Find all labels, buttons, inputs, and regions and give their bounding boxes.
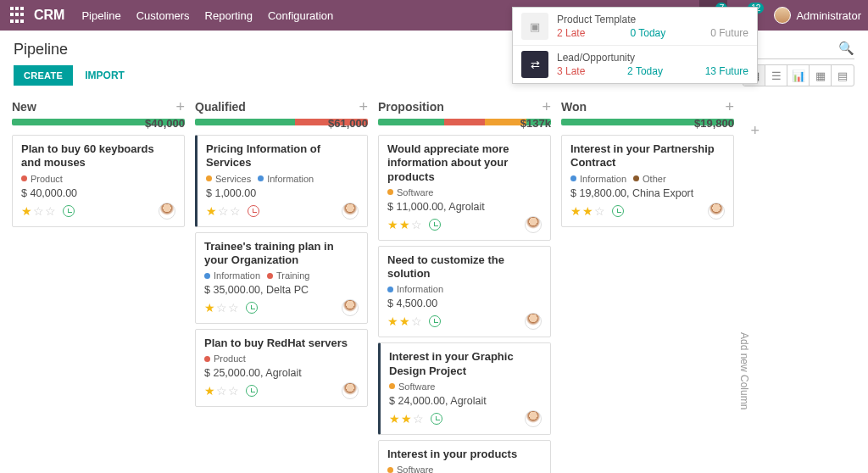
add-card-icon[interactable]: + bbox=[725, 101, 734, 113]
card-tags: Product bbox=[204, 353, 359, 364]
clock-icon[interactable] bbox=[248, 205, 259, 217]
card-stars: ★★☆ bbox=[570, 204, 605, 218]
star-icon[interactable]: ★ bbox=[387, 314, 398, 328]
kanban-board: New+$40,000 Plan to buy 60 keyboards and… bbox=[0, 93, 868, 473]
clock-icon[interactable] bbox=[612, 205, 624, 217]
star-icon[interactable]: ★ bbox=[401, 412, 412, 426]
assignee-avatar[interactable] bbox=[159, 203, 175, 220]
star-icon[interactable]: ☆ bbox=[411, 314, 422, 328]
kanban-card[interactable]: Interest in your Graphic Design Project … bbox=[378, 342, 551, 435]
nav-customers[interactable]: Customers bbox=[136, 9, 190, 22]
view-pivot-icon[interactable]: ▤ bbox=[832, 65, 854, 86]
star-icon[interactable]: ☆ bbox=[411, 218, 422, 231]
star-icon[interactable]: ☆ bbox=[413, 412, 424, 426]
view-graph-icon[interactable]: 📊 bbox=[787, 65, 810, 86]
clock-icon[interactable] bbox=[429, 219, 441, 231]
card-amount: $ 19,800.00, China Export bbox=[570, 187, 725, 199]
notif-row-product[interactable]: ▣ Product Template 2 Late 0 Today 0 Futu… bbox=[513, 8, 757, 45]
star-icon[interactable]: ★ bbox=[582, 204, 593, 218]
view-calendar-icon[interactable]: ▦ bbox=[810, 65, 832, 86]
notif-late: 2 Late bbox=[557, 27, 585, 39]
assignee-avatar[interactable] bbox=[342, 382, 359, 399]
card-amount: $ 40,000.00 bbox=[21, 187, 175, 199]
assignee-avatar[interactable] bbox=[525, 216, 542, 233]
kanban-card[interactable]: Interest in your products Software $ 2,0… bbox=[378, 440, 551, 473]
star-icon[interactable]: ☆ bbox=[228, 301, 239, 314]
card-title: Interest in your Partnership Contract bbox=[570, 142, 725, 170]
assignee-avatar[interactable] bbox=[342, 203, 359, 220]
assignee-avatar[interactable] bbox=[708, 203, 725, 220]
star-icon[interactable]: ☆ bbox=[45, 204, 56, 218]
kanban-card[interactable]: Trainee's training plan in your Organiza… bbox=[195, 232, 368, 325]
kanban-card[interactable]: Plan to buy RedHat servers Product $ 25,… bbox=[195, 329, 368, 407]
search-icon[interactable]: 🔍 bbox=[838, 41, 854, 56]
card-stars: ★☆☆ bbox=[21, 204, 56, 218]
notif-row-lead[interactable]: ⇄ Lead/Opportunity 3 Late 2 Today 13 Fut… bbox=[513, 45, 757, 83]
tag: Other bbox=[633, 174, 666, 184]
kanban-card[interactable]: Would appreciate more information about … bbox=[378, 135, 551, 241]
handshake-icon: ⇄ bbox=[521, 51, 548, 78]
notif-today: 0 Today bbox=[630, 27, 665, 39]
star-icon[interactable]: ☆ bbox=[216, 384, 227, 398]
star-icon[interactable]: ★ bbox=[570, 204, 581, 218]
star-icon[interactable]: ★ bbox=[204, 384, 215, 398]
nav-pipeline[interactable]: Pipeline bbox=[81, 9, 120, 22]
star-icon[interactable]: ★ bbox=[399, 314, 410, 328]
clock-icon[interactable] bbox=[63, 205, 75, 217]
assignee-avatar[interactable] bbox=[525, 313, 542, 330]
nav-menu: Pipeline Customers Reporting Configurati… bbox=[81, 9, 333, 22]
card-tags: Information bbox=[387, 284, 542, 294]
star-icon[interactable]: ★ bbox=[21, 204, 32, 218]
star-icon[interactable]: ★ bbox=[399, 218, 410, 231]
clock-icon[interactable] bbox=[431, 413, 442, 425]
view-list-icon[interactable]: ☰ bbox=[765, 65, 787, 86]
kanban-card[interactable]: Pricing Information of Services Services… bbox=[195, 135, 368, 227]
star-icon[interactable]: ★ bbox=[204, 301, 215, 314]
brand[interactable]: CRM bbox=[34, 8, 64, 23]
card-footer: ★☆☆ bbox=[206, 203, 359, 220]
tag: Information bbox=[258, 174, 314, 184]
card-stars: ★★☆ bbox=[389, 412, 424, 426]
assignee-avatar[interactable] bbox=[342, 299, 359, 316]
nav-configuration[interactable]: Configuration bbox=[268, 9, 333, 22]
star-icon[interactable]: ★ bbox=[387, 218, 398, 231]
kanban-card[interactable]: Interest in your Partnership Contract In… bbox=[561, 135, 734, 227]
assignee-avatar[interactable] bbox=[525, 410, 542, 427]
card-tags: Software bbox=[387, 465, 542, 473]
add-card-icon[interactable]: + bbox=[542, 101, 551, 113]
import-button[interactable]: IMPORT bbox=[85, 70, 125, 81]
clock-icon[interactable] bbox=[246, 385, 258, 397]
kanban-card[interactable]: Plan to buy 60 keyboards and mouses Prod… bbox=[12, 135, 185, 227]
card-title: Pricing Information of Services bbox=[206, 142, 359, 170]
column-title: New bbox=[12, 100, 36, 114]
card-footer: ★★☆ bbox=[570, 203, 725, 220]
star-icon[interactable]: ☆ bbox=[228, 384, 239, 398]
add-card-icon[interactable]: + bbox=[175, 101, 185, 113]
star-icon[interactable]: ☆ bbox=[230, 204, 241, 218]
star-icon[interactable]: ★ bbox=[389, 412, 400, 426]
star-icon[interactable]: ☆ bbox=[216, 301, 227, 314]
add-card-icon[interactable]: + bbox=[359, 101, 368, 113]
tag: Information bbox=[387, 284, 443, 294]
card-footer: ★★☆ bbox=[389, 410, 542, 427]
clock-icon[interactable] bbox=[429, 315, 441, 327]
kanban-column: New+$40,000 Plan to buy 60 keyboards and… bbox=[7, 97, 190, 473]
card-stars: ★☆☆ bbox=[204, 384, 239, 398]
card-title: Plan to buy 60 keyboards and mouses bbox=[21, 142, 175, 170]
user-menu[interactable]: Administrator bbox=[774, 7, 861, 24]
add-column[interactable]: +Add new Column bbox=[739, 97, 760, 473]
star-icon[interactable]: ☆ bbox=[594, 204, 605, 218]
notif-title: Lead/Opportunity bbox=[557, 52, 748, 64]
tag: Training bbox=[267, 270, 309, 281]
star-icon[interactable]: ☆ bbox=[33, 204, 44, 218]
create-button[interactable]: CREATE bbox=[14, 65, 73, 86]
card-tags: Software bbox=[389, 381, 542, 392]
nav-reporting[interactable]: Reporting bbox=[205, 9, 253, 22]
apps-icon[interactable] bbox=[10, 7, 27, 24]
card-title: Would appreciate more information about … bbox=[387, 142, 542, 184]
kanban-card[interactable]: Need to customize the solution Informati… bbox=[378, 246, 551, 338]
card-stars: ★★☆ bbox=[387, 218, 422, 231]
star-icon[interactable]: ★ bbox=[206, 204, 217, 218]
star-icon[interactable]: ☆ bbox=[218, 204, 229, 218]
clock-icon[interactable] bbox=[246, 302, 258, 314]
